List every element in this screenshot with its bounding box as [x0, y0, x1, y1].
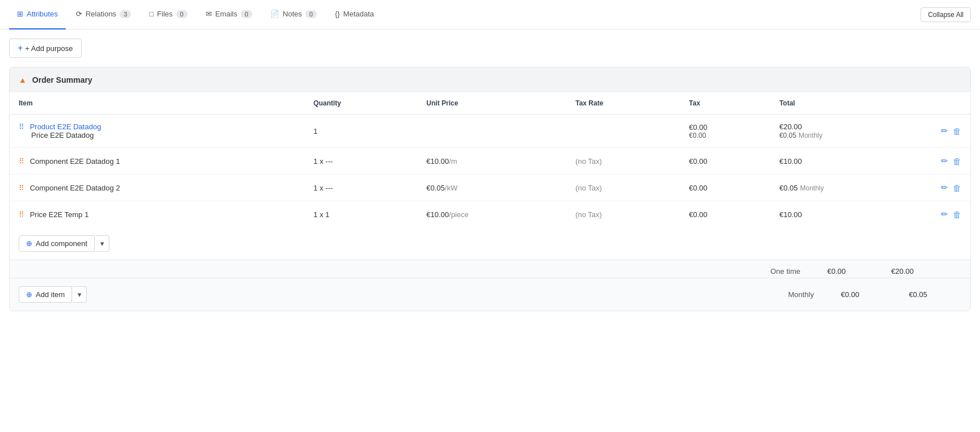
plus-circle-icon: ⊕ — [26, 239, 32, 248]
add-purpose-button[interactable]: + + Add purpose — [9, 39, 82, 58]
table-row: ⠿ Product E2E Datadog Price E2E Datadog … — [10, 115, 970, 148]
price-sub-label: Price E2E Datadog — [19, 131, 94, 139]
edit-icon[interactable]: ✏ — [941, 183, 948, 193]
total-cell: €10.00 — [770, 148, 925, 175]
unit-price-cell: €0.05/kW — [417, 175, 566, 201]
quantity-cell: 1 x 1 — [304, 201, 417, 228]
total-cell: €10.00 — [770, 201, 925, 228]
plus-icon: + — [18, 43, 23, 53]
unit-price-cell: €10.00/m — [417, 148, 566, 175]
quantity-cell: 1 x --- — [304, 175, 417, 201]
quantity-cell: 1 x --- — [304, 148, 417, 175]
total-cell: €20.00 €0.05Monthly — [770, 115, 925, 148]
actions-cell: ✏ 🗑 — [925, 175, 970, 201]
delete-icon[interactable]: 🗑 — [953, 210, 961, 219]
order-table: Item Quantity Unit Price Tax Rate Tax To… — [10, 92, 970, 260]
table-icon: ⊞ — [17, 10, 23, 18]
order-summary-section: ▲ Order Summary Item Quantity Unit Price… — [9, 67, 971, 311]
drag-handle-icon[interactable]: ⠿ — [19, 122, 24, 131]
chevron-down-icon: ▾ — [78, 290, 82, 299]
footer-section: One time €0.00 €20.00 ⊕ Add item ▾ — [10, 260, 970, 311]
add-component-button[interactable]: ⊕ Add component — [19, 235, 95, 252]
delete-icon[interactable]: 🗑 — [953, 183, 961, 193]
col-tax: Tax — [680, 92, 770, 115]
plus-circle-icon: ⊕ — [26, 290, 32, 299]
tab-attributes[interactable]: ⊞ Attributes — [9, 0, 66, 29]
tax-cell: €0.00 — [680, 175, 770, 201]
tax-cell: €0.00 — [680, 201, 770, 228]
add-item-row: ⊕ Add item ▾ Monthly €0.00 €0.05 — [10, 278, 970, 311]
add-item-buttons: ⊕ Add item ▾ — [19, 286, 87, 303]
item-cell: ⠿ Price E2E Temp 1 — [10, 201, 304, 228]
tax-rate-cell — [566, 115, 680, 148]
tax-cell: €0.00 €0.00 — [680, 115, 770, 148]
monthly-tax: €0.00 — [814, 290, 871, 299]
delete-icon[interactable]: 🗑 — [953, 126, 961, 136]
emails-icon: ✉ — [206, 10, 212, 18]
relations-icon: ⟳ — [76, 10, 82, 18]
one-time-label: One time — [732, 267, 800, 276]
table-row: ⠿ Component E2E Datadog 1 1 x --- €10.00… — [10, 148, 970, 175]
chevron-up-icon: ▲ — [19, 75, 27, 84]
tab-notes[interactable]: 📄 Notes 0 — [262, 0, 325, 29]
col-tax-rate: Tax Rate — [566, 92, 680, 115]
total-cell: €0.05Monthly — [770, 175, 925, 201]
unit-price-cell — [417, 115, 566, 148]
tab-relations[interactable]: ⟳ Relations 3 — [68, 0, 139, 29]
actions-cell: ✏ 🗑 — [925, 148, 970, 175]
main-content: + + Add purpose ▲ Order Summary Item Qua… — [0, 29, 980, 320]
add-component-row: ⊕ Add component ▾ — [10, 227, 970, 260]
monthly-label: Monthly — [746, 290, 814, 299]
notes-icon: 📄 — [270, 10, 279, 18]
item-cell: ⠿ Product E2E Datadog Price E2E Datadog — [10, 115, 304, 148]
col-quantity: Quantity — [304, 92, 417, 115]
product-link[interactable]: Product E2E Datadog — [30, 122, 101, 131]
quantity-cell: 1 — [304, 115, 417, 148]
tab-metadata[interactable]: {} Metadata — [327, 0, 382, 29]
actions-cell: ✏ 🗑 — [925, 115, 970, 148]
unit-price-cell: €10.00/piece — [417, 201, 566, 228]
col-total: Total — [770, 92, 925, 115]
summary-one-time-row: One time €0.00 €20.00 — [10, 260, 970, 278]
drag-handle-icon[interactable]: ⠿ — [19, 210, 24, 219]
edit-icon[interactable]: ✏ — [941, 156, 948, 166]
metadata-icon: {} — [335, 10, 340, 18]
tax-rate-cell: (no Tax) — [566, 201, 680, 228]
files-icon: □ — [149, 10, 154, 18]
tax-cell: €0.00 — [680, 148, 770, 175]
table-row: ⠿ Price E2E Temp 1 1 x 1 €10.00/piece (n… — [10, 201, 970, 228]
drag-handle-icon[interactable]: ⠿ — [19, 184, 24, 192]
section-header[interactable]: ▲ Order Summary — [10, 67, 970, 92]
add-item-dropdown-button[interactable]: ▾ — [73, 286, 87, 303]
tax-rate-cell: (no Tax) — [566, 175, 680, 201]
item-cell: ⠿ Component E2E Datadog 2 — [10, 175, 304, 201]
monthly-total: €0.05 — [871, 290, 927, 299]
drag-handle-icon[interactable]: ⠿ — [19, 157, 24, 166]
one-time-tax: €0.00 — [800, 267, 857, 276]
col-actions — [925, 92, 970, 115]
tab-files[interactable]: □ Files 0 — [141, 0, 195, 29]
delete-icon[interactable]: 🗑 — [953, 156, 961, 166]
col-unit-price: Unit Price — [417, 92, 566, 115]
add-component-dropdown-button[interactable]: ▾ — [96, 235, 109, 252]
tax-rate-cell: (no Tax) — [566, 148, 680, 175]
actions-cell: ✏ 🗑 — [925, 201, 970, 228]
collapse-all-button[interactable]: Collapse All — [920, 7, 971, 22]
one-time-total: €20.00 — [857, 267, 914, 276]
chevron-down-icon: ▾ — [100, 239, 104, 248]
tab-emails[interactable]: ✉ Emails 0 — [198, 0, 260, 29]
table-row: ⠿ Component E2E Datadog 2 1 x --- €0.05/… — [10, 175, 970, 201]
add-item-button[interactable]: ⊕ Add item — [19, 286, 72, 303]
top-navigation: ⊞ Attributes ⟳ Relations 3 □ Files 0 ✉ E… — [0, 0, 980, 29]
edit-icon[interactable]: ✏ — [941, 126, 948, 136]
edit-icon[interactable]: ✏ — [941, 209, 948, 219]
item-cell: ⠿ Component E2E Datadog 1 — [10, 148, 304, 175]
col-item: Item — [10, 92, 304, 115]
